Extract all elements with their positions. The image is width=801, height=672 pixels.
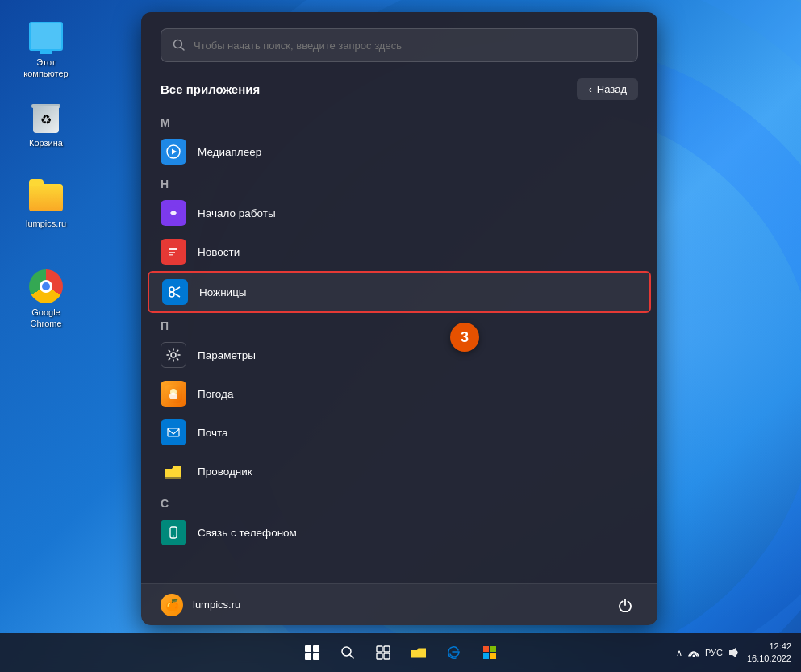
system-tray[interactable]: ∧ РУС [676, 646, 741, 659]
taskbar-start-button[interactable] [296, 637, 328, 669]
section-letter-n: Н [148, 171, 651, 194]
language-label: РУС [705, 648, 723, 657]
svg-rect-8 [169, 254, 173, 256]
start-menu-bottom: 🍊 lumpics.ru [141, 583, 657, 625]
app-item-settings[interactable]: Параметры [148, 336, 651, 374]
start-app-label: Начало работы [198, 207, 276, 219]
svg-rect-28 [483, 646, 489, 652]
news-icon [161, 239, 186, 265]
taskbar-search-button[interactable] [332, 637, 364, 669]
svg-rect-17 [165, 424, 182, 441]
date-display: 16.10.2022 [747, 653, 791, 665]
svg-line-23 [349, 655, 353, 659]
news-label: Новости [198, 246, 240, 258]
folder-icon [29, 181, 63, 215]
windows-logo-icon [305, 645, 319, 660]
power-icon [618, 598, 632, 612]
app-item-mail[interactable]: Почта [148, 413, 651, 452]
user-avatar: 🍊 [161, 594, 183, 616]
svg-line-1 [181, 48, 185, 51]
explorer-icon [161, 458, 186, 484]
start-app-icon [161, 200, 186, 226]
computer-icon-label: Этот компьютер [20, 56, 72, 80]
power-button[interactable] [612, 592, 638, 618]
mediaplayer-label: Медиаплеер [198, 146, 261, 158]
chevron-left-icon: ‹ [588, 83, 591, 95]
svg-rect-30 [483, 653, 489, 659]
svg-point-21 [173, 536, 174, 537]
svg-rect-27 [384, 653, 390, 659]
weather-label: Погода [198, 388, 233, 400]
apps-header: Все приложения ‹ Назад [141, 75, 657, 110]
svg-rect-7 [169, 252, 175, 253]
tray-chevron-icon: ∧ [676, 648, 682, 658]
svg-rect-19 [165, 524, 182, 541]
explorer-label: Проводник [198, 465, 252, 478]
taskview-icon [376, 645, 390, 660]
svg-rect-29 [490, 646, 496, 652]
svg-rect-26 [377, 653, 382, 659]
section-letter-m: М [148, 110, 651, 132]
search-input[interactable] [194, 40, 626, 52]
desktop: Этот компьютер ♻ Корзина lumpics.ru Goog… [0, 0, 801, 672]
desktop-icon-recycle[interactable]: ♻ Корзина [17, 97, 75, 152]
desktop-icon-computer[interactable]: Этот компьютер [17, 16, 75, 83]
svg-marker-3 [172, 149, 177, 155]
app-item-explorer[interactable]: Проводник [148, 452, 651, 490]
taskbar-taskview-button[interactable] [367, 637, 399, 669]
weather-icon [161, 381, 186, 407]
svg-rect-9 [166, 283, 184, 301]
svg-rect-24 [377, 646, 382, 652]
phone-link-label: Связь с телефоном [198, 527, 297, 539]
user-name-label: lumpics.ru [193, 599, 240, 611]
taskbar: ∧ РУС 12:42 16.10.2022 [0, 633, 801, 672]
taskbar-center-items [296, 637, 506, 669]
scissors-icon [162, 279, 188, 305]
apps-list[interactable]: М Медиаплеер Н Начало работы [141, 110, 657, 583]
chrome-label: Google Chrome [20, 307, 72, 330]
user-profile[interactable]: 🍊 lumpics.ru [161, 594, 240, 616]
svg-rect-31 [490, 653, 496, 659]
svg-point-14 [171, 353, 176, 357]
mail-label: Почта [198, 427, 228, 439]
folder-label: lumpics.ru [26, 218, 66, 229]
step-badge-3: 3 [450, 323, 479, 352]
search-icon [173, 39, 186, 52]
svg-rect-25 [384, 646, 390, 652]
settings-icon [161, 342, 186, 368]
app-item-news[interactable]: Новости [148, 232, 651, 271]
mail-icon [161, 419, 186, 445]
taskbar-right-area: ∧ РУС 12:42 16.10.2022 [676, 641, 791, 666]
app-item-mediaplayer[interactable]: Медиаплеер [148, 132, 651, 171]
recycle-bin-label: Корзина [29, 137, 63, 148]
taskbar-store-icon [482, 645, 497, 660]
section-letter-s: С [148, 490, 651, 513]
section-letter-p: П [148, 313, 651, 336]
desktop-icon-folder[interactable]: lumpics.ru [17, 177, 75, 232]
back-button[interactable]: ‹ Назад [577, 78, 638, 100]
taskbar-clock[interactable]: 12:42 16.10.2022 [747, 641, 791, 666]
network-icon [687, 646, 700, 659]
taskbar-explorer-button[interactable] [403, 637, 435, 669]
svg-marker-33 [729, 648, 736, 657]
start-menu: Все приложения ‹ Назад М Медиаплеер Н [141, 12, 657, 625]
taskbar-explorer-icon [411, 645, 427, 660]
app-item-phone[interactable]: Связь с телефоном [148, 513, 651, 552]
app-item-weather[interactable]: Погода [148, 374, 651, 413]
taskbar-edge-icon [447, 645, 461, 660]
desktop-icon-chrome[interactable]: Google Chrome [17, 266, 75, 333]
taskbar-store-button[interactable] [474, 637, 506, 669]
taskbar-edge-button[interactable] [438, 637, 470, 669]
app-item-scissors[interactable]: Ножницы [148, 271, 651, 313]
back-button-label: Назад [597, 83, 627, 95]
svg-point-32 [692, 655, 695, 657]
phone-link-icon [161, 520, 186, 545]
chrome-app-icon [29, 269, 63, 303]
computer-icon [29, 19, 63, 53]
mediaplayer-icon [161, 139, 186, 165]
svg-rect-6 [169, 248, 177, 250]
search-bar[interactable] [161, 28, 638, 62]
settings-label: Параметры [198, 349, 256, 361]
app-item-start[interactable]: Начало работы [148, 194, 651, 232]
recycle-bin-icon: ♻ [29, 100, 63, 134]
